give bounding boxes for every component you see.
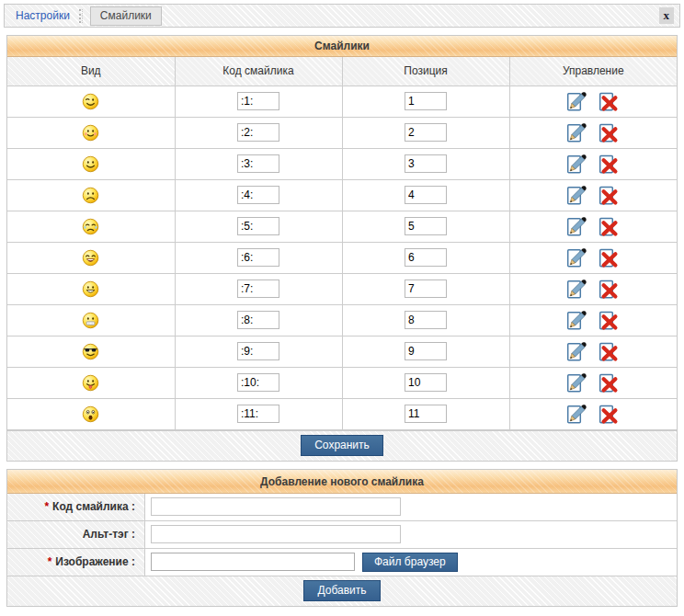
smiley-code-input[interactable]	[237, 92, 279, 110]
smiley-sad-icon	[82, 187, 99, 204]
edit-icon[interactable]	[566, 404, 588, 425]
delete-icon[interactable]	[598, 341, 621, 362]
field-input-1[interactable]	[151, 497, 401, 516]
edit-icon[interactable]	[566, 154, 588, 175]
field-input-3[interactable]	[151, 553, 355, 571]
edit-icon[interactable]	[566, 122, 588, 143]
edit-icon[interactable]	[566, 91, 588, 112]
add-smiley-fields: * Код смайлика : Альт-тэг : * Изображени…	[7, 494, 677, 576]
smiley-controls-cell	[509, 367, 677, 398]
table-row	[7, 86, 677, 117]
smiley-code-input[interactable]	[237, 186, 279, 204]
smileys-panel: Смайлики Вид Код смайлика Позиция Управл…	[6, 35, 678, 462]
delete-icon[interactable]	[598, 154, 621, 175]
edit-icon[interactable]	[566, 341, 588, 362]
edit-icon[interactable]	[566, 279, 588, 300]
smiley-code-input[interactable]	[237, 342, 279, 360]
delete-icon[interactable]	[598, 216, 621, 237]
smiley-position-cell	[342, 336, 509, 367]
delete-icon[interactable]	[598, 372, 621, 394]
save-button[interactable]: Сохранить	[301, 435, 383, 456]
smiley-code-input[interactable]	[237, 248, 279, 267]
smiley-view-cell	[7, 179, 175, 211]
delete-icon[interactable]	[598, 247, 621, 268]
required-marker: *	[44, 500, 49, 513]
smiley-code-input[interactable]	[237, 373, 279, 392]
file-browse-button[interactable]: Файл браузер	[362, 553, 458, 572]
table-header-row: Вид Код смайлика Позиция Управление	[7, 57, 677, 86]
smiley-position-input[interactable]	[405, 279, 447, 298]
smiley-code-input[interactable]	[237, 279, 279, 298]
tab-smileys[interactable]: Смайлики	[90, 6, 162, 26]
delete-icon[interactable]	[598, 185, 621, 206]
edit-icon[interactable]	[566, 185, 588, 206]
smiley-code-input[interactable]	[237, 311, 279, 329]
delete-icon[interactable]	[598, 279, 621, 300]
tab-separator	[79, 9, 83, 23]
smiley-position-input[interactable]	[405, 123, 447, 142]
edit-icon[interactable]	[566, 372, 588, 394]
delete-icon[interactable]	[598, 404, 621, 425]
table-row	[7, 242, 677, 273]
smiley-position-input[interactable]	[405, 405, 447, 423]
smiley-position-input[interactable]	[405, 342, 447, 360]
smiley-code-cell	[175, 336, 342, 367]
smiley-code-cell	[175, 148, 342, 179]
table-row	[7, 398, 677, 429]
smiley-controls-cell	[509, 211, 677, 242]
smiley-view-cell	[7, 398, 175, 429]
edit-icon[interactable]	[566, 247, 588, 268]
smiley-grin-icon	[82, 280, 99, 298]
field-input-2[interactable]	[151, 525, 401, 543]
smileys-panel-title: Смайлики	[7, 36, 677, 57]
smiley-code-cell	[175, 242, 342, 273]
add-smiley-panel: Добавление нового смайлика * Код смайлик…	[6, 469, 678, 607]
smiley-controls-cell	[509, 117, 677, 148]
smiley-position-input[interactable]	[405, 248, 447, 267]
smiley-position-input[interactable]	[405, 154, 447, 173]
smiley-position-cell	[342, 304, 509, 336]
smiley-code-input[interactable]	[237, 405, 279, 423]
smiley-position-input[interactable]	[405, 217, 447, 235]
smiley-code-input[interactable]	[237, 154, 279, 173]
topbar: Настройки Смайлики x	[4, 4, 680, 28]
smiley-position-cell	[342, 398, 509, 429]
smiley-code-input[interactable]	[237, 217, 279, 235]
form-field-row: * Код смайлика :	[7, 494, 677, 521]
smiley-sealed-icon	[82, 312, 99, 329]
smiley-view-cell	[7, 242, 175, 273]
delete-icon[interactable]	[598, 91, 621, 112]
smiley-controls-cell	[509, 304, 677, 336]
table-row	[7, 117, 677, 148]
delete-icon[interactable]	[598, 122, 621, 143]
settings-link[interactable]: Настройки	[16, 9, 70, 22]
smiley-smile-icon	[82, 155, 99, 173]
smiley-tongue-icon	[82, 374, 99, 392]
table-row	[7, 304, 677, 336]
smiley-code-input[interactable]	[237, 123, 279, 142]
edit-icon[interactable]	[566, 310, 588, 331]
smiley-code-cell	[175, 304, 342, 336]
smiley-controls-cell	[509, 179, 677, 211]
edit-icon[interactable]	[566, 216, 588, 237]
smiley-blush-icon	[82, 124, 99, 142]
smiley-view-cell	[7, 273, 175, 304]
smiley-code-cell	[175, 398, 342, 429]
column-header-manage: Управление	[509, 57, 677, 86]
add-button[interactable]: Добавить	[303, 580, 380, 601]
smiley-position-cell	[342, 148, 509, 179]
smiley-controls-cell	[509, 86, 677, 117]
table-row	[7, 211, 677, 242]
smiley-position-input[interactable]	[405, 311, 447, 329]
smiley-position-cell	[342, 273, 509, 304]
table-row	[7, 273, 677, 304]
delete-icon[interactable]	[598, 310, 621, 331]
smiley-position-cell	[342, 211, 509, 242]
smiley-position-input[interactable]	[405, 186, 447, 204]
smiley-position-cell	[342, 179, 509, 211]
smiley-code-cell	[175, 86, 342, 117]
close-icon[interactable]: x	[659, 7, 675, 24]
smiley-code-cell	[175, 211, 342, 242]
smiley-position-input[interactable]	[405, 92, 447, 110]
smiley-position-input[interactable]	[405, 373, 447, 392]
